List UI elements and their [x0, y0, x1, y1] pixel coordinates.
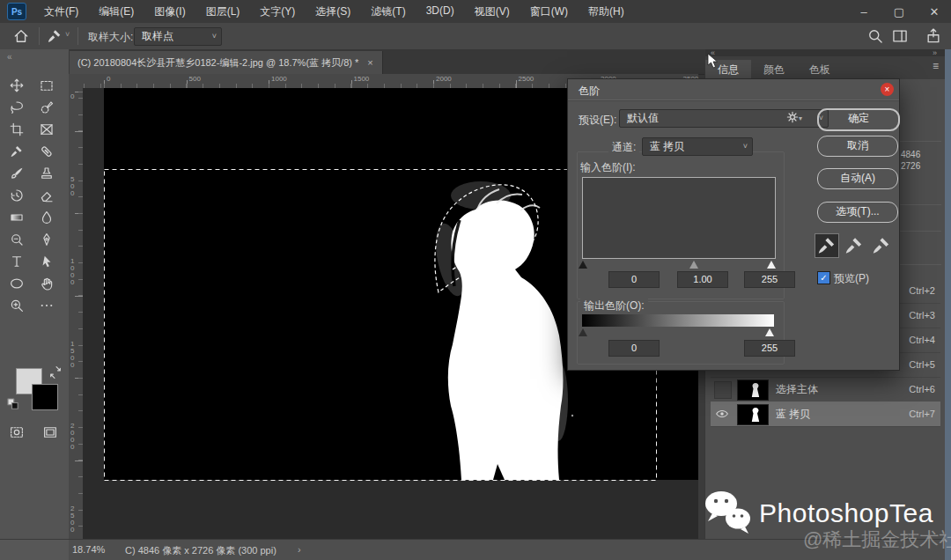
share-icon[interactable] [925, 27, 942, 45]
panel-tab-色板[interactable]: 色板 [797, 60, 843, 79]
tool-history-brush[interactable] [7, 186, 26, 205]
photoshop-logo: Ps [7, 3, 26, 20]
panel-header-strip: « » [705, 49, 946, 56]
input-levels-label: 输入色阶(I): [580, 160, 636, 175]
black-point-eyedropper-icon[interactable] [815, 233, 839, 258]
input-white-field[interactable]: 255 [744, 271, 795, 288]
tool-pen[interactable] [37, 230, 56, 249]
channel-label: 通道: [608, 140, 639, 155]
menu-item[interactable]: 文字(Y) [260, 4, 295, 19]
tool-lasso[interactable] [7, 98, 26, 117]
output-levels-label: 输出色阶(O): [580, 298, 648, 313]
output-black-slider[interactable] [579, 328, 587, 336]
visibility-toggle[interactable] [714, 381, 732, 399]
tool-crop[interactable] [7, 120, 26, 139]
channel-dropdown[interactable]: 蓝 拷贝˅ [642, 137, 753, 156]
output-white-slider[interactable] [765, 328, 774, 336]
minimize-button[interactable]: – [856, 5, 872, 18]
document-title: (C) 20180804长沙县开慧乡0182-编辑-2.jpg @ 18.7%(… [77, 56, 358, 70]
tool-preset-caret[interactable]: ˅ [65, 30, 70, 39]
tool-frame[interactable] [37, 120, 56, 139]
screen-mode-icon[interactable] [41, 423, 60, 442]
vertical-ruler[interactable]: 05 0 01 0 0 01 5 0 02 0 0 02 5 0 0 [69, 88, 84, 539]
tool-zoom[interactable] [7, 296, 26, 315]
menu-item[interactable]: 窗口(W) [530, 4, 568, 19]
watermark-community: @稀土掘金技术社区 [803, 527, 951, 553]
tool-shape[interactable] [7, 274, 26, 293]
dialog-close-icon[interactable]: × [881, 83, 894, 96]
document-tab[interactable]: (C) 20180804长沙县开慧乡0182-编辑-2.jpg @ 18.7%(… [69, 51, 383, 74]
menu-item[interactable]: 文件(F) [44, 4, 78, 19]
ruler-label: 2000 [436, 75, 452, 83]
ruler-label: 0 [70, 93, 74, 100]
eye-icon[interactable] [715, 407, 729, 421]
panel-tab-颜色[interactable]: 颜色 [751, 60, 797, 79]
menu-item[interactable]: 帮助(H) [588, 4, 624, 19]
channel-shortcut: Ctrl+2 [909, 278, 935, 303]
input-white-slider[interactable] [767, 261, 776, 269]
panel-menu-icon[interactable]: ≡ [933, 60, 939, 72]
collapse-toolbar-icon[interactable]: « [7, 52, 11, 62]
sample-size-dropdown[interactable]: 取样点˅ [134, 27, 222, 46]
channel-row-蓝 拷贝[interactable]: 蓝 拷贝Ctrl+7 [711, 402, 940, 427]
channel-thumbnail [737, 404, 769, 425]
close-tab-icon[interactable]: × [367, 57, 372, 68]
tool-more[interactable] [37, 296, 56, 315]
tool-brush[interactable] [7, 164, 26, 183]
close-button[interactable]: ✕ [926, 5, 942, 18]
tool-gradient[interactable] [7, 208, 26, 227]
preset-label: 预设(E): [579, 113, 616, 128]
ruler-label: 1 0 0 0 [70, 258, 74, 286]
workspace-icon[interactable] [891, 27, 909, 45]
default-colors-icon[interactable] [4, 394, 23, 414]
tool-clone-stamp[interactable] [37, 164, 56, 183]
eyedropper-tool-icon[interactable] [46, 27, 63, 45]
tool-hand[interactable] [37, 274, 56, 293]
menu-item[interactable]: 3D(D) [426, 4, 454, 19]
status-chevron-icon[interactable]: › [298, 544, 301, 555]
menu-item[interactable]: 编辑(E) [99, 4, 134, 19]
preview-checkbox[interactable]: ✓ [817, 271, 830, 284]
ok-button[interactable]: 确定 [817, 108, 900, 131]
tool-blur[interactable] [37, 208, 56, 227]
channel-shortcut: Ctrl+5 [909, 352, 935, 377]
tool-quick-select[interactable] [37, 98, 56, 117]
levels-dialog[interactable]: 色阶 × 预设(E): 默认值˅ ▾ 通道: 蓝 拷贝˅ 输入色阶(I): 0 … [567, 78, 900, 371]
expand-panel-icon[interactable]: » [933, 49, 937, 56]
menu-bar: 文件(F)编辑(E)图像(I)图层(L)文字(Y)选择(S)滤镜(T)3D(D)… [44, 4, 624, 19]
tool-dodge[interactable] [7, 230, 26, 249]
input-black-slider[interactable] [579, 261, 587, 269]
tool-eyedropper[interactable] [7, 142, 26, 161]
menu-item[interactable]: 滤镜(T) [371, 4, 405, 19]
swap-colors-icon[interactable] [46, 363, 65, 382]
maximize-button[interactable]: ▢ [891, 5, 907, 18]
output-black-field[interactable]: 0 [608, 340, 660, 357]
input-gamma-field[interactable]: 1.00 [677, 271, 728, 288]
channel-row-选择主体[interactable]: 选择主体Ctrl+6 [711, 377, 940, 402]
tool-marquee[interactable] [37, 76, 56, 95]
auto-button[interactable]: 自动(A) [817, 168, 898, 189]
tool-path-select[interactable] [37, 252, 56, 271]
zoom-level-field[interactable]: 18.74% [72, 544, 105, 555]
options-button[interactable]: 选项(T)... [817, 202, 898, 223]
menu-item[interactable]: 视图(V) [475, 4, 510, 19]
white-point-eyedropper-icon[interactable] [869, 233, 894, 258]
tool-healing-brush[interactable] [37, 142, 56, 161]
tool-move[interactable] [7, 76, 26, 95]
output-white-field[interactable]: 255 [744, 340, 795, 357]
menu-item[interactable]: 图像(I) [154, 4, 185, 19]
input-gamma-slider[interactable] [689, 261, 698, 269]
tool-type[interactable] [7, 252, 26, 271]
gray-point-eyedropper-icon[interactable] [842, 233, 866, 258]
tool-eraser[interactable] [37, 186, 56, 205]
background-color-swatch[interactable] [32, 384, 58, 410]
home-icon[interactable] [12, 27, 30, 45]
menu-item[interactable]: 图层(L) [206, 4, 240, 19]
menu-item[interactable]: 选择(S) [315, 4, 350, 19]
cancel-button[interactable]: 取消 [817, 136, 898, 157]
input-black-field[interactable]: 0 [608, 271, 660, 288]
search-icon[interactable] [866, 27, 884, 45]
photoshop-window: { "window": { "app_logo": "Ps", "control… [0, 0, 951, 560]
status-bar-left [0, 540, 69, 560]
quick-mask-icon[interactable] [7, 423, 26, 442]
